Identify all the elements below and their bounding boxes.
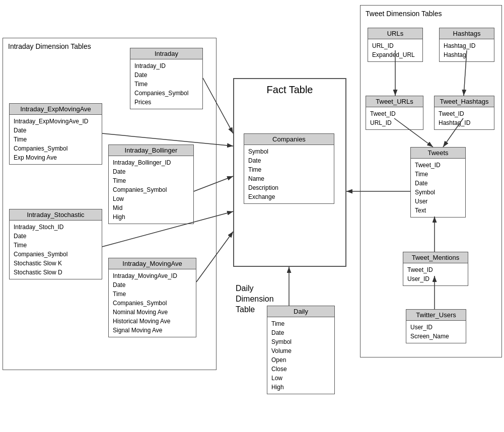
table-intraday: Intraday Intraday_ID Date Time Companies… [130,48,203,109]
table-intraday-exp: Intraday_ExpMovingAve Intraday_ExpMoving… [9,103,102,165]
table-companies-body: Symbol Date Time Name Description Exchan… [244,145,334,203]
table-urls-body: URL_ID Expanded_URL [368,39,422,61]
list-item: Time [14,241,98,250]
list-item: Stochastic Slow D [14,268,98,277]
list-item: Companies_Symbol [113,299,192,308]
list-item: Prices [134,98,198,107]
list-item: URL_ID [372,41,418,50]
fact-table-title: Fact Table [234,79,345,98]
table-twitter-users: Twitter_Users User_ID Screen_Name [406,309,466,343]
list-item: Companies_Symbol [14,144,98,153]
table-tweets-body: Tweet_ID Time Date Symbol User Text [411,159,465,217]
list-item: User_ID [407,274,464,283]
list-item: Time [113,176,189,185]
list-item: Time [134,80,198,89]
list-item: Symbol [415,188,461,197]
list-item: Historical Moving Ave [113,317,192,326]
list-item: Tweet_ID [415,161,461,170]
list-item: Intraday_Stoch_ID [14,223,98,232]
table-intraday-bollinger-header: Intraday_Bollinger [109,145,193,156]
list-item: Volume [271,346,330,355]
table-hashtags-header: Hashtags [440,28,494,39]
table-tweet-urls-body: Tweet_ID URL_ID [366,107,423,129]
table-intraday-movingave: Intraday_MovingAve Intraday_MovingAve_ID… [108,258,196,337]
table-tweet-hashtags-body: Tweet_ID Hashtag_ID [435,107,494,129]
list-item: Name [248,174,330,183]
list-item: High [113,212,189,222]
list-item: Open [271,355,330,365]
table-tweets-header: Tweets [411,148,465,159]
list-item: Time [248,165,330,174]
table-intraday-exp-body: Intraday_ExpMovingAve_ID Date Time Compa… [10,115,102,164]
table-daily: Daily Time Date Symbol Volume Open Close… [267,306,335,394]
list-item: High [271,383,330,392]
list-item: Screen_Name [410,332,462,341]
table-daily-header: Daily [267,306,334,317]
list-item: Tweet_ID [439,109,490,118]
list-item: Close [271,365,330,374]
list-item: Exp Moving Ave [14,153,98,162]
list-item: URL_ID [370,118,419,127]
list-item: Hashtag_ID [444,41,490,50]
list-item: Time [415,170,461,179]
list-item: Hashtag_ID [439,118,490,127]
table-tweet-hashtags-header: Tweet_Hashtags [435,96,494,107]
list-item: Date [14,126,98,135]
list-item: Exchange [248,192,330,201]
list-item: Low [271,374,330,383]
table-intraday-exp-header: Intraday_ExpMovingAve [10,104,102,115]
list-item: Intraday_MovingAve_ID [113,271,192,280]
table-intraday-header: Intraday [130,48,202,59]
list-item: Low [113,194,189,203]
table-companies-header: Companies [244,134,334,145]
list-item: Date [14,232,98,241]
table-tweet-urls-header: Tweet_URLs [366,96,423,107]
list-item: Tweet_ID [370,109,419,118]
list-item: Nominal Moving Ave [113,308,192,317]
table-urls: URLs URL_ID Expanded_URL [368,28,423,62]
list-item: Date [134,70,198,80]
list-item: Tweet_ID [407,265,464,274]
list-item: Companies_Symbol [134,89,198,98]
list-item: Date [113,280,192,290]
table-companies: Companies Symbol Date Time Name Descript… [244,133,334,204]
list-item: Intraday_Bollinger_ID [113,158,189,167]
list-item: Date [271,328,330,337]
list-item: Date [113,167,189,176]
list-item: Intraday_ExpMovingAve_ID [14,117,98,126]
list-item: Intraday_ID [134,61,198,70]
table-twitter-users-header: Twitter_Users [406,310,466,321]
table-daily-body: Time Date Symbol Volume Open Close Low H… [267,317,334,394]
table-intraday-stochastic-header: Intraday_Stochastic [10,209,102,221]
table-intraday-bollinger-body: Intraday_Bollinger_ID Date Time Companie… [109,156,193,224]
table-tweets: Tweets Tweet_ID Time Date Symbol User Te… [410,147,466,218]
table-tweet-mentions-header: Tweet_Mentions [403,252,468,263]
list-item: Text [415,206,461,215]
list-item: Symbol [271,337,330,346]
list-item: Time [271,319,330,328]
table-tweet-mentions: Tweet_Mentions Tweet_ID User_ID [403,252,468,286]
list-item: Mid [113,203,189,212]
table-hashtags: Hashtags Hashtag_ID Hashtag [439,28,494,62]
table-intraday-stochastic: Intraday_Stochastic Intraday_Stoch_ID Da… [9,209,102,279]
list-item: Time [14,135,98,144]
list-item: Companies_Symbol [14,250,98,259]
table-urls-header: URLs [368,28,422,39]
table-twitter-users-body: User_ID Screen_Name [406,321,466,343]
intraday-section-title: Intraday Dimension Tables [8,42,91,50]
list-item: Signal Moving Ave [113,326,192,335]
list-item: Stochastic Slow K [14,259,98,268]
list-item: User_ID [410,323,462,332]
table-intraday-bollinger: Intraday_Bollinger Intraday_Bollinger_ID… [108,145,194,224]
table-hashtags-body: Hashtag_ID Hashtag [440,39,494,61]
table-intraday-movingave-header: Intraday_MovingAve [109,258,196,269]
table-tweet-mentions-body: Tweet_ID User_ID [403,263,468,285]
list-item: Date [248,156,330,165]
table-intraday-body: Intraday_ID Date Time Companies_Symbol P… [130,59,202,109]
list-item: Companies_Symbol [113,185,189,194]
list-item: User [415,197,461,206]
tweet-section-title: Tweet Dimension Tables [366,10,442,18]
table-tweet-hashtags: Tweet_Hashtags Tweet_ID Hashtag_ID [434,96,494,130]
diagram-container: Intraday Dimension Tables Tweet Dimensio… [0,0,504,432]
list-item: Symbol [248,147,330,156]
